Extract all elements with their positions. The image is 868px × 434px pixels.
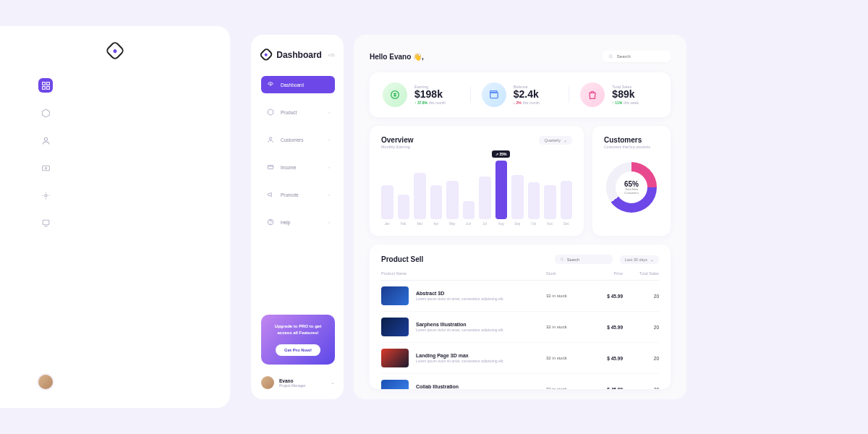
kpi-earning: Earning$198k↑ 37.8%this month (383, 82, 460, 107)
dashboard-icon (266, 80, 275, 89)
product-row[interactable]: Collab IllustrationLorem ipsum dolor sit… (381, 374, 659, 389)
rail-item-income[interactable] (38, 161, 53, 175)
products-period-select[interactable]: Last 30 days ⌄ (620, 255, 659, 264)
col-header-stock: Stock (546, 271, 587, 276)
bar-label: Mar (417, 222, 422, 226)
megaphone-icon (266, 190, 275, 199)
kpi-value: $198k (414, 89, 446, 100)
product-price: $ 45.99 (587, 356, 623, 361)
product-stock: 32 in stock (546, 325, 587, 329)
rail-item-promote[interactable] (38, 188, 53, 203)
sidebar-item-income[interactable]: Income› (261, 158, 335, 176)
chart-bar[interactable]: Nov (544, 185, 556, 226)
svg-point-4 (44, 137, 47, 140)
nav-label: Promote (281, 192, 323, 197)
bar-Apr (430, 185, 443, 219)
product-price: $ 45.99 (587, 325, 623, 330)
product-name: Abstract 3D (416, 291, 546, 296)
brand-title: Dashboard (276, 50, 322, 60)
product-stock: 32 in stock (546, 356, 587, 360)
kpi-value: $89k (612, 89, 639, 100)
kpi-trend: ↓ 2%this month (514, 101, 540, 105)
product-row[interactable]: Abstract 3DLorem ipsum dolor sit amet, c… (381, 281, 659, 312)
products-search[interactable] (555, 255, 613, 264)
svg-rect-2 (42, 86, 45, 89)
chevron-right-icon: › (328, 165, 330, 169)
product-sales: 20 (623, 325, 659, 330)
chart-bar[interactable]: Mar (414, 173, 426, 226)
bar-Sep (511, 175, 524, 219)
sidebar-item-help[interactable]: Help› (261, 213, 335, 231)
product-stock: 32 in stock (546, 294, 587, 298)
chevron-down-icon: ⌄ (331, 380, 335, 386)
svg-point-18 (561, 258, 563, 260)
svg-rect-3 (46, 86, 49, 89)
search-input[interactable] (617, 54, 665, 59)
chevron-right-icon: › (328, 220, 330, 224)
user-row[interactable]: Evano Project Manager ⌄ (261, 376, 335, 389)
wallet-icon (482, 82, 506, 107)
customers-donut: 65% Total NewCustomers (606, 162, 657, 213)
product-row[interactable]: Sarphens IllustrationLorem ipsum dolor s… (381, 312, 659, 343)
sidebar-item-dashboard[interactable]: Dashboard (261, 76, 335, 93)
promo-cta-button[interactable]: Get Pro Now! (276, 344, 320, 356)
bar-Dec (561, 181, 573, 219)
customers-card: Customers Customers that buy products 65… (592, 126, 671, 236)
svg-rect-11 (268, 166, 273, 169)
chart-bar[interactable]: Oct (528, 182, 540, 226)
kpi-value: $2.4k (514, 89, 540, 100)
bar-label: Jul (482, 222, 487, 226)
chart-bar[interactable]: Jun (463, 201, 475, 226)
bar-Feb (398, 195, 410, 219)
search-box[interactable] (603, 51, 671, 62)
product-desc: Lorem ipsum dolor sit amet, consectetur … (416, 297, 546, 301)
chevron-right-icon: › (328, 137, 330, 142)
chart-bar[interactable]: May (446, 181, 459, 226)
chart-bar[interactable]: ↗ 35%Aug (495, 161, 508, 226)
bar-Aug (495, 161, 508, 219)
svg-point-9 (270, 84, 272, 86)
svg-rect-0 (42, 82, 45, 85)
brand-logo-icon (259, 47, 274, 62)
sidebar-item-promote[interactable]: Promote› (261, 186, 335, 203)
product-thumb (381, 349, 409, 367)
bar-label: Aug (498, 222, 504, 226)
bar-label: May (449, 222, 456, 226)
chart-bar[interactable]: Feb (398, 195, 410, 226)
product-price: $ 45.99 (587, 294, 623, 299)
chart-bar[interactable]: Dec (561, 181, 573, 226)
rail-item-product[interactable] (38, 106, 53, 120)
sidebar: Dashboard v.01 DashboardProduct›Customer… (251, 35, 344, 399)
nav-label: Customers (281, 137, 323, 142)
chart-bar[interactable]: Sep (511, 175, 524, 226)
cube-icon (266, 108, 275, 116)
rail-item-customers[interactable] (38, 133, 53, 148)
user-role: Project Manager (279, 383, 326, 388)
bar-Jul (479, 176, 491, 220)
chart-bar[interactable]: Apr (430, 185, 443, 226)
bar-label: Sep (514, 222, 520, 226)
money-icon (383, 82, 407, 107)
sidebar-item-customers[interactable]: Customers› (261, 131, 335, 148)
bar-label: Jun (466, 222, 471, 226)
col-header-price: Price (587, 271, 623, 276)
nav-label: Help (281, 220, 323, 225)
chart-bar[interactable]: Jan (381, 185, 393, 226)
rail-item-dashboard[interactable] (38, 78, 53, 93)
kpi-trend: ↑ 11%this week (612, 101, 639, 105)
bar-Oct (528, 182, 540, 219)
chart-bar[interactable]: Jul (479, 176, 491, 226)
products-search-input[interactable] (567, 258, 608, 262)
bar-Jun (463, 201, 475, 220)
sidebar-item-product[interactable]: Product› (261, 103, 335, 121)
chevron-right-icon: › (328, 110, 330, 114)
help-icon (266, 218, 275, 226)
products-table-header: Product Name Stock Price Total Sales (381, 271, 659, 281)
rail-item-help[interactable] (38, 216, 53, 230)
rail-logo-icon (105, 41, 125, 61)
kpi-trend: ↑ 37.8%this month (414, 101, 446, 105)
promo-text: Upgrade to PRO to get access all Feature… (267, 323, 329, 336)
rail-avatar[interactable] (37, 373, 54, 391)
product-row[interactable]: Landing Page 3D maxLorem ipsum dolor sit… (381, 343, 659, 374)
overview-period-select[interactable]: Quarterly ⌄ (539, 136, 572, 145)
